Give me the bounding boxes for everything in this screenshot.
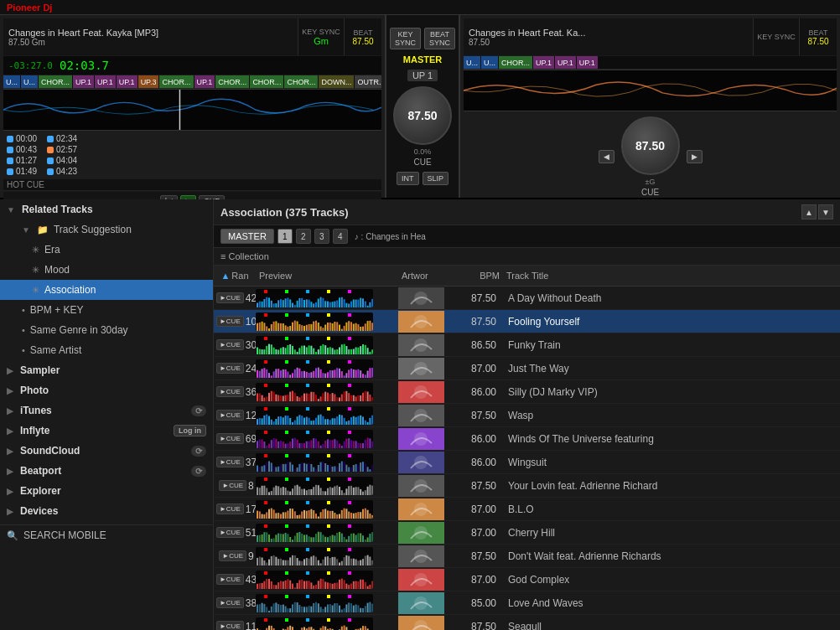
sidebar-item-same-genre[interactable]: • Same Genre in 30day: [0, 320, 213, 340]
table-row[interactable]: ►CUE 17 87.00 B.L.O: [214, 498, 840, 521]
cue-btn-0[interactable]: ►CUE: [216, 292, 244, 303]
svg-rect-777: [334, 603, 335, 612]
table-row[interactable]: ►CUE 43 87.00 God Complex: [214, 568, 840, 591]
cue-btn-14[interactable]: ►CUE: [216, 621, 244, 630]
tab-master[interactable]: MASTER: [220, 229, 274, 244]
deck-right-segments: U... U... CHOR... UP.1 UP.1 UP.1: [464, 56, 837, 70]
sidebar-item-photo[interactable]: ▶ Photo: [0, 380, 213, 400]
table-row[interactable]: ►CUE 9 87.50 Don't Wait feat. Adrienne R…: [214, 545, 840, 568]
sidebar-item-related-tracks[interactable]: ▼ Related Tracks: [0, 199, 213, 219]
sidebar-item-bpm-key[interactable]: • BPM + KEY: [0, 300, 213, 320]
int-btn[interactable]: INT: [397, 172, 419, 185]
svg-rect-697: [280, 581, 282, 589]
slip-btn[interactable]: SLIP: [423, 172, 449, 185]
sidebar-item-sampler[interactable]: ▶ Sampler: [0, 360, 213, 380]
track-table[interactable]: ▲ Ran Preview Artwor BPM Track Title ►CU…: [214, 266, 840, 630]
beat-sync-btn[interactable]: BEAT SYNC: [424, 28, 455, 49]
title-val-5: Wasp: [503, 410, 840, 421]
itunes-badge: ⟳: [191, 405, 206, 416]
svg-rect-189: [292, 373, 293, 378]
tab-1[interactable]: 1: [277, 229, 293, 244]
sidebar-item-itunes[interactable]: ▶ iTunes ⟳: [0, 400, 213, 421]
svg-rect-276: [362, 392, 364, 400]
sidebar: ▼ Related Tracks ▼ 📁 Track Suggestion ✳ …: [0, 199, 214, 630]
table-row[interactable]: ►CUE 42 87.50 A Day Without Death: [214, 287, 840, 310]
svg-rect-134: [297, 351, 298, 354]
cue-btn-10[interactable]: ►CUE: [216, 527, 244, 538]
sidebar-item-beatport[interactable]: ▶ Beatport ⟳: [0, 461, 213, 481]
folder-icon: 📁: [37, 225, 49, 235]
svg-rect-634: [266, 562, 267, 565]
sidebar-item-search-mobile[interactable]: 🔍 SEARCH MOBILE: [0, 524, 213, 545]
deck-left-time-elapsed: 02:03.7: [60, 59, 109, 72]
table-row[interactable]: ►CUE 10 87.50 Fooling Yourself: [214, 310, 840, 333]
cue-btn-8[interactable]: ►CUE: [219, 480, 246, 491]
svg-rect-326: [345, 421, 347, 425]
sidebar-item-explorer[interactable]: ▶ Explorer: [0, 481, 213, 501]
seg-up3b: UP.3: [138, 75, 159, 89]
cue-btn-4[interactable]: ►CUE: [216, 386, 244, 397]
nav-left-right[interactable]: ◀: [599, 150, 614, 163]
svg-rect-749: [268, 611, 270, 612]
svg-rect-436: [336, 466, 338, 471]
cue-btn-9[interactable]: ►CUE: [216, 503, 244, 514]
svg-rect-734: [367, 586, 369, 588]
cue-btn-7[interactable]: ►CUE: [216, 457, 244, 467]
svg-rect-25: [309, 299, 310, 307]
sidebar-item-same-artist[interactable]: • Same Artist: [0, 340, 213, 360]
sidebar-item-mood[interactable]: ✳ Mood: [0, 260, 213, 280]
svg-rect-74: [289, 326, 291, 331]
table-row[interactable]: ►CUE 38 85.00 Love And Waves: [214, 591, 840, 615]
svg-rect-122: [268, 343, 270, 354]
deck-left-master: BEAT 87.50: [344, 18, 381, 55]
cue-btn-13[interactable]: ►CUE: [216, 597, 244, 608]
table-row[interactable]: ►CUE 51 87.00 Cherry Hill: [214, 521, 840, 545]
svg-rect-696: [277, 582, 279, 589]
svg-rect-161: [360, 346, 361, 354]
cue-btn-2[interactable]: ►CUE: [216, 339, 244, 350]
knob-left[interactable]: 87.50 0.0% CUE: [393, 86, 452, 167]
cue-btn-6[interactable]: ►CUE: [216, 433, 244, 444]
table-row[interactable]: ►CUE 69 86.00 Winds Of The Universe feat…: [214, 427, 840, 451]
cue-btn-11[interactable]: ►CUE: [219, 550, 246, 561]
nav-right-right[interactable]: ▶: [687, 150, 703, 163]
svg-rect-550: [336, 514, 338, 519]
soundcloud-arrow: ▶: [7, 447, 13, 456]
col-header-rank[interactable]: ▲ Ran: [214, 269, 256, 282]
table-row[interactable]: ►CUE 36 86.00 Silly (DJ Marky VIP): [214, 380, 840, 404]
svg-rect-337: [371, 415, 373, 424]
cue-btn-1[interactable]: ►CUE: [216, 316, 244, 327]
svg-rect-575: [262, 534, 263, 541]
svg-rect-665: [339, 562, 340, 565]
cue-btn-5[interactable]: ►CUE: [216, 410, 244, 421]
sidebar-item-devices[interactable]: ▶ Devices: [0, 501, 213, 521]
svg-rect-839: [345, 627, 347, 630]
table-row[interactable]: ►CUE 24 87.00 Just The Way: [214, 357, 840, 380]
sidebar-item-era[interactable]: ✳ Era: [0, 240, 213, 260]
cue-btn-12[interactable]: ►CUE: [216, 574, 244, 585]
tab-4[interactable]: 4: [333, 229, 348, 244]
svg-rect-295: [273, 421, 275, 425]
sidebar-item-inflyte[interactable]: ▶ Inflyte Log in: [0, 421, 213, 441]
panel-arrow-down[interactable]: ▼: [818, 204, 833, 219]
table-row[interactable]: ►CUE 11 87.50 Seagull: [214, 615, 840, 630]
table-row[interactable]: ►CUE 37 86.00 Wingsuit: [214, 451, 840, 474]
table-row[interactable]: ►CUE 8 87.50 Your Lovin feat. Adrienne R…: [214, 474, 840, 498]
svg-rect-316: [322, 416, 324, 424]
sidebar-item-soundcloud[interactable]: ▶ SoundCloud ⟳: [0, 441, 213, 461]
svg-rect-738: [285, 571, 288, 575]
sidebar-item-track-suggestion[interactable]: ▼ 📁 Track Suggestion: [0, 219, 213, 240]
table-row[interactable]: ►CUE 12 87.50 Wasp: [214, 404, 840, 427]
svg-rect-756: [285, 606, 287, 612]
bpm-val-0: 87.50: [453, 292, 503, 304]
inflyte-login[interactable]: Log in: [174, 425, 206, 436]
tab-3[interactable]: 3: [314, 229, 329, 244]
key-sync-btn[interactable]: KEY SYNC: [390, 28, 421, 49]
panel-title: Association (375 Tracks): [220, 206, 348, 219]
sidebar-item-association[interactable]: ✳ Association: [0, 280, 213, 300]
table-row[interactable]: ►CUE 30 86.50 Funky Train: [214, 333, 840, 357]
cue-btn-3[interactable]: ►CUE: [216, 363, 244, 374]
knob-right[interactable]: 87.50 ±G CUE: [621, 116, 680, 197]
tab-2[interactable]: 2: [296, 229, 311, 244]
panel-arrow-up[interactable]: ▲: [801, 204, 817, 219]
